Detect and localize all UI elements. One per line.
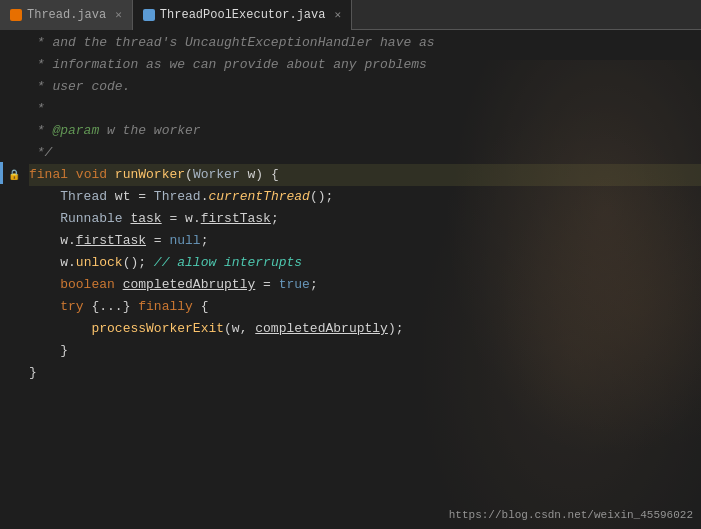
space-3: w) { — [240, 164, 279, 186]
code-line-13: try {...} finally { — [29, 296, 701, 318]
code-line-12: boolean completedAbruptly = true; — [29, 274, 701, 296]
tab-threadpool-close[interactable]: ✕ — [334, 8, 341, 21]
brace-close-2: } — [29, 362, 37, 384]
paren-3: (); — [123, 252, 154, 274]
paren-4: (w, completedAbruptly); — [224, 318, 403, 340]
cls-runnable: Runnable — [60, 208, 122, 230]
space-4: wt = — [107, 186, 154, 208]
paren-2: (); — [310, 186, 333, 208]
code-line-16: } — [29, 362, 701, 384]
code-comment-1: * and the thread's UncaughtExceptionHand… — [29, 32, 435, 54]
gutter-lock: 🔒 — [8, 164, 20, 186]
code-line-14: processWorkerExit(w, completedAbruptly); — [29, 318, 701, 340]
code-comment-2b: any problems — [325, 54, 426, 76]
semi-1: ; — [271, 208, 279, 230]
indent-3 — [29, 230, 60, 252]
code-comment-6: */ — [29, 142, 52, 164]
fn-currentthread: currentThread — [208, 186, 309, 208]
brace-1: { — [193, 296, 209, 318]
code-line-5: * @param w the worker — [29, 120, 701, 142]
code-line-10: w.firstTask = null; — [29, 230, 701, 252]
indent-1 — [29, 186, 60, 208]
code-line-4: * — [29, 98, 701, 120]
tab-threadpool[interactable]: ThreadPoolExecutor.java ✕ — [133, 0, 352, 30]
code-comment-2: * information as we can provide — [29, 54, 286, 76]
brace-close-1: } — [60, 340, 68, 362]
tab-bar: Thread.java ✕ ThreadPoolExecutor.java ✕ — [0, 0, 701, 30]
kw-try: try — [60, 296, 83, 318]
code-comment-5b: w the worker — [99, 120, 200, 142]
code-line-1: * and the thread's UncaughtExceptionHand… — [29, 32, 701, 54]
semi-2: ; — [201, 230, 209, 252]
kw-true: true — [279, 274, 310, 296]
w-dot-1: w. — [60, 230, 76, 252]
code-line-11: w.unlock(); // allow interrupts — [29, 252, 701, 274]
space-7: completedAbruptly = — [115, 274, 279, 296]
kw-void: void — [76, 164, 107, 186]
indent-5 — [29, 274, 60, 296]
code-line-9: Runnable task = w.firstTask; — [29, 208, 701, 230]
kw-finally: finally — [138, 296, 193, 318]
w-dot-2: w. — [60, 252, 76, 274]
field-firsttask-1: firstTask — [201, 208, 271, 230]
dot-1: . — [201, 186, 209, 208]
cls-thread-2: Thread — [154, 186, 201, 208]
code-line-2: * information as we can provide about an… — [29, 54, 701, 76]
space-8: {...} — [84, 296, 139, 318]
indent-7 — [29, 318, 91, 340]
fn-runworker: runWorker — [115, 164, 185, 186]
paren-1: ( — [185, 164, 193, 186]
kw-boolean: boolean — [60, 274, 115, 296]
fn-unlock: unlock — [76, 252, 123, 274]
editor-area: 🔒 * and the thread's UncaughtExceptionHa… — [0, 30, 701, 529]
space-5: task = w. — [123, 208, 201, 230]
field-firsttask-2: firstTask — [76, 230, 146, 252]
code-comment-5a: * — [29, 120, 52, 142]
space-1 — [68, 164, 76, 186]
indent-6 — [29, 296, 60, 318]
kw-null: null — [169, 230, 200, 252]
space-2 — [107, 164, 115, 186]
space-6: = — [146, 230, 169, 252]
code-param-tag: @param — [52, 120, 99, 142]
code-comment-3: * user code. — [29, 76, 130, 98]
tab-threadpool-label: ThreadPoolExecutor.java — [160, 8, 326, 22]
kw-final: final — [29, 164, 68, 186]
tab-threadpool-icon — [143, 9, 155, 21]
code-line-8: Thread wt = Thread.currentThread(); — [29, 186, 701, 208]
code-line-3: * user code. — [29, 76, 701, 98]
cls-thread-1: Thread — [60, 186, 107, 208]
cls-worker: Worker — [193, 164, 240, 186]
indent-4 — [29, 252, 60, 274]
tab-thread-icon — [10, 9, 22, 21]
semi-3: ; — [310, 274, 318, 296]
tab-thread-label: Thread.java — [27, 8, 106, 22]
tab-thread-close[interactable]: ✕ — [115, 8, 122, 21]
indent-2 — [29, 208, 60, 230]
code-comment-4: * — [29, 98, 45, 120]
comment-allow: // allow interrupts — [154, 252, 302, 274]
code-line-6: */ — [29, 142, 701, 164]
fn-processworkerexit: processWorkerExit — [91, 318, 224, 340]
code-line-7: final void runWorker(Worker w) { — [29, 164, 701, 186]
code-line-15: } — [29, 340, 701, 362]
tab-thread[interactable]: Thread.java ✕ — [0, 0, 133, 30]
gutter: 🔒 — [3, 30, 25, 529]
indent-8 — [29, 340, 60, 362]
code-about: about — [286, 54, 325, 76]
lock-icon: 🔒 — [8, 169, 20, 181]
code-content: * and the thread's UncaughtExceptionHand… — [25, 30, 701, 529]
